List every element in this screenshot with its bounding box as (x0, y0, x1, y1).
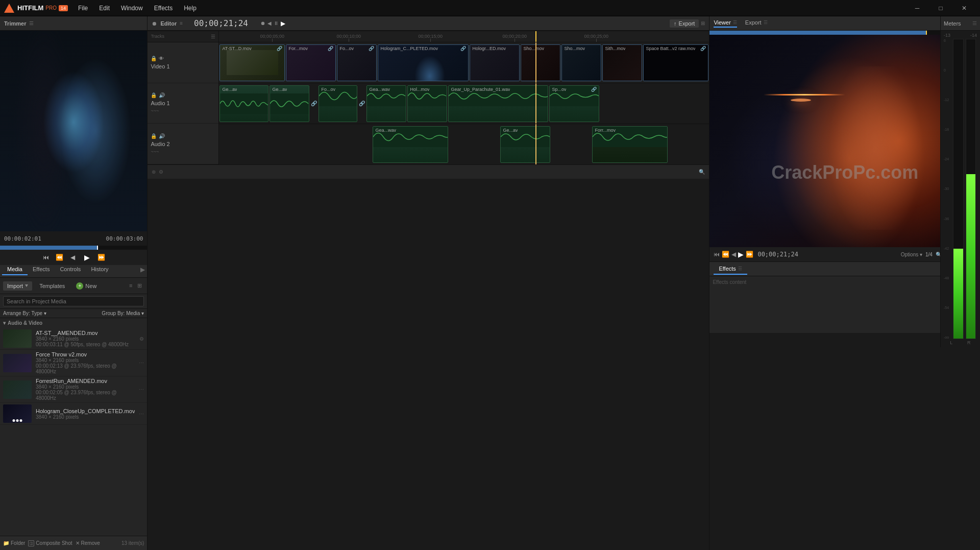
video-clip[interactable]: Hologr...ED.mov (470, 44, 520, 81)
editor-ctrl-icon3[interactable]: ⏸ (274, 20, 279, 26)
editor-panel-icon[interactable]: ≡ (180, 20, 183, 26)
add-track-icon[interactable]: ⊕ (152, 169, 156, 175)
editor-ctrl-icon2[interactable]: ◀ (267, 20, 272, 26)
editor-export-area: ↑ Export ⊞ (670, 19, 705, 28)
track-lock-icon[interactable]: 🔒 (151, 56, 157, 61)
viewer-step-back-button[interactable]: ⏪ (722, 251, 729, 258)
media-item-options-icon[interactable]: ⋯ (139, 360, 144, 366)
audio-clip[interactable]: Gea...wav (366, 85, 406, 122)
audio2-mute-icon[interactable]: 🔊 (159, 133, 165, 139)
editor-menu-icon[interactable]: ⏺ (152, 20, 157, 27)
clip-label: Sho...mov (564, 46, 585, 51)
category-expand-icon[interactable]: ▾ (3, 320, 6, 326)
menu-help[interactable]: Help (179, 3, 202, 14)
tab-expand-icon[interactable]: ▶ (140, 266, 145, 273)
trimmer-timeline[interactable] (0, 246, 147, 250)
tab-viewer[interactable]: Viewer ☰ (714, 19, 737, 28)
search-input[interactable] (3, 296, 144, 306)
video-clip[interactable]: AT-ST...D.mov 🔗 (219, 44, 285, 81)
media-item-options-icon[interactable]: ⋯ (139, 387, 144, 392)
audio2-lock-icon[interactable]: 🔒 (151, 133, 157, 139)
audio-clip[interactable]: Sp...ov 🔗 (549, 85, 599, 122)
go-to-start-button[interactable]: ⏮ (41, 252, 51, 262)
list-item[interactable]: ForrestRun_AMENDED.mov 3840 × 2160 pixel… (0, 376, 147, 403)
viewer-timeline[interactable] (709, 31, 980, 35)
maximize-button[interactable]: □ (929, 0, 952, 16)
menu-effects[interactable]: Effects (149, 3, 178, 14)
audio-clip[interactable]: Gear_Up_Parachute_01.wav (448, 85, 548, 122)
effects-tab-menu[interactable]: ☰ (738, 266, 742, 271)
list-item[interactable]: Hologram_CloseUp_COMPLETED.mov 3840 × 21… (0, 403, 147, 425)
video-clip[interactable]: Sith...mov (602, 44, 642, 81)
export-button[interactable]: ↑ Export (670, 19, 699, 28)
viewer-menu-icon[interactable]: ☰ (733, 20, 737, 25)
viewer-play-button[interactable]: ▶ (738, 250, 744, 258)
arrange-dropdown[interactable]: Arrange By: Type ▾ (3, 310, 46, 316)
tab-export[interactable]: Export ☰ (745, 19, 768, 28)
trimmer-timecode-left: 00:00:02:01 (4, 235, 41, 242)
timeline-zoom-icon[interactable]: 🔍 (699, 169, 705, 175)
meters-menu-icon[interactable]: ☰ (972, 20, 977, 26)
video-clip[interactable]: Sho...mov (561, 44, 601, 81)
track-menu-icon[interactable]: ☰ (211, 34, 215, 39)
video-clip[interactable]: Fo...ov 🔗 (337, 44, 377, 81)
video-clip[interactable]: For...mov 🔗 (286, 44, 336, 81)
video-clip[interactable]: Space Batt...v2 raw.mov 🔗 (643, 44, 708, 81)
ruler-label-5: 00;00;25;00 (584, 34, 608, 39)
new-button[interactable]: + New (72, 281, 101, 291)
tab-effects-panel[interactable]: Effects ☰ (714, 264, 747, 275)
editor-ctrl-icon1[interactable]: ⏺ (260, 20, 265, 26)
editor-play-button[interactable]: ▶ (281, 20, 285, 27)
list-item[interactable]: Force Throw v2.mov 3840 × 2160 pixels 00… (0, 350, 147, 376)
timeline-tracks-area[interactable]: 00;00;05;00 00;00;10;00 00;00;15;00 (219, 31, 709, 164)
audio-clip[interactable]: Ge...av (219, 85, 268, 122)
audio-clip[interactable]: Fo...ov (318, 85, 357, 122)
ruler-line-5 (596, 39, 597, 42)
menu-window[interactable]: Window (116, 3, 148, 14)
play-back-button[interactable]: ◀ (67, 252, 78, 262)
viewer-step-forward-button[interactable]: ⏩ (746, 251, 753, 258)
minimize-button[interactable]: ─ (905, 0, 929, 16)
media-item-options-icon[interactable]: ⚙ (139, 336, 144, 342)
list-view-button[interactable]: ≡ (127, 281, 134, 290)
tab-effects[interactable]: Effects (28, 264, 55, 275)
viewer-options-btn[interactable]: Options ▾ (901, 252, 922, 257)
menu-edit[interactable]: Edit (94, 3, 115, 14)
audio-clip[interactable]: Gea...wav (373, 126, 448, 163)
audio-clip[interactable]: Ge...av (270, 85, 309, 122)
remove-button[interactable]: ✕ Remove (76, 540, 100, 546)
audio-mute-icon[interactable]: 🔊 (159, 92, 165, 98)
composite-shot-button[interactable]: ◫ Composite Shot (28, 540, 72, 546)
tab-controls[interactable]: Controls (55, 264, 86, 275)
editor-expand-icon[interactable]: ⊞ (701, 20, 705, 26)
video-clip[interactable]: Sho...mov (521, 44, 560, 81)
track-settings-icon[interactable]: ⚙ (159, 169, 163, 175)
play-button[interactable]: ▶ (81, 251, 93, 264)
folder-button[interactable]: 📁 Folder (3, 540, 25, 546)
trimmer-panel: Trimmer ☰ 00:00:02:01 00:00:03:00 ⏮ ⏪ ◀ … (0, 16, 147, 261)
tab-history[interactable]: History (86, 264, 113, 275)
viewer-go-start-button[interactable]: ⏮ (714, 251, 720, 258)
step-back-button[interactable]: ⏪ (54, 252, 64, 262)
trimmer-timecode-right: 00:00:03:00 (106, 235, 143, 242)
trimmer-menu-icon[interactable]: ☰ (29, 20, 34, 26)
menu-file[interactable]: File (73, 3, 93, 14)
import-button[interactable]: Import (3, 281, 32, 291)
grid-view-button[interactable]: ⊞ (135, 281, 144, 290)
audio-clip[interactable]: Ge...av (500, 126, 550, 163)
step-forward-button[interactable]: ⏩ (96, 252, 106, 262)
audio-clip[interactable]: Forr...mov (592, 126, 668, 163)
tab-media[interactable]: Media (2, 264, 28, 275)
media-item-name: Force Throw v2.mov (36, 351, 135, 357)
viewer-play-back-button[interactable]: ◀ (731, 251, 736, 258)
export-tab-menu-icon[interactable]: ☰ (764, 20, 768, 25)
list-item[interactable]: AT-ST__AMENDED.mov 3840 × 2160 pixels 00… (0, 328, 147, 350)
video-clip[interactable]: Hologram_C...PLETED.mov 🔗 (378, 44, 469, 81)
audio-lock-icon[interactable]: 🔒 (151, 92, 157, 98)
media-item-options-icon[interactable]: ⋯ (139, 411, 144, 417)
audio-clip[interactable]: Hol...mov (407, 85, 447, 122)
group-dropdown[interactable]: Group By: Media ▾ (102, 310, 144, 316)
templates-button[interactable]: Templates (35, 281, 69, 291)
close-button[interactable]: ✕ (952, 0, 976, 16)
track-visibility-icon[interactable]: 👁 (159, 56, 164, 61)
